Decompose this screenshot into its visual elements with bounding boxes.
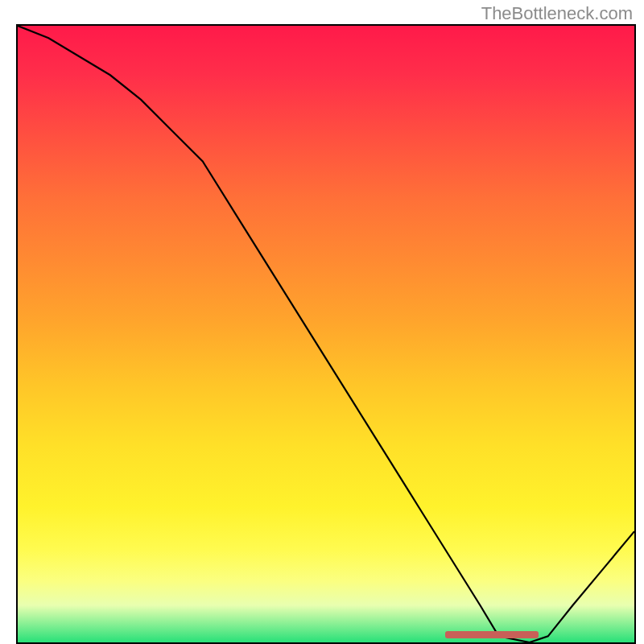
curve-path: [18, 26, 634, 642]
plot-area: [16, 24, 636, 644]
chart-container: TheBottleneck.com: [0, 0, 644, 644]
bottleneck-curve: [18, 26, 634, 642]
optimal-range-marker: [445, 631, 539, 638]
watermark-text: TheBottleneck.com: [481, 3, 633, 24]
